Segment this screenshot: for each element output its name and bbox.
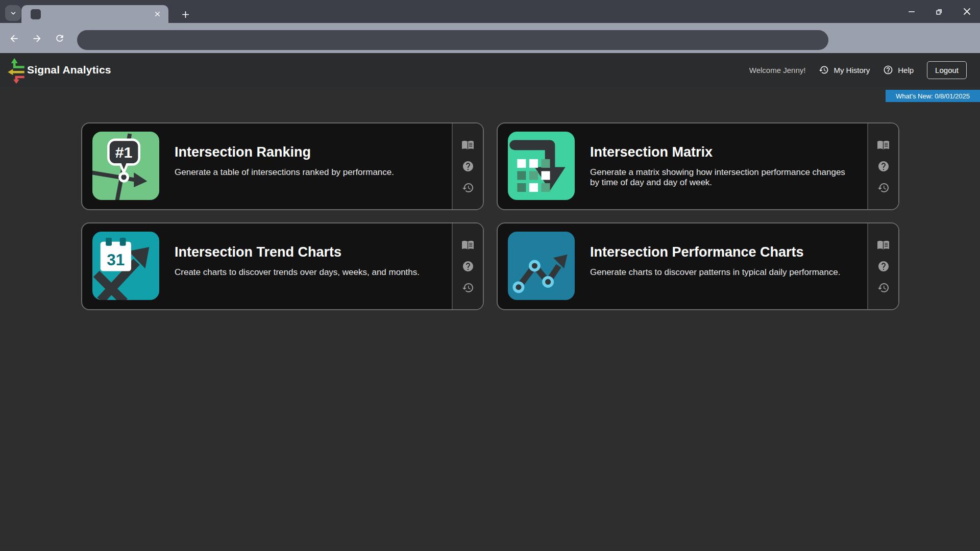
plus-icon (181, 10, 190, 19)
help-label: Help (898, 66, 914, 74)
intersection-ranking-launch[interactable]: #1 Intersection Ranking Generate a table… (82, 123, 452, 209)
card-title: Intersection Ranking (175, 144, 311, 160)
card-description: Generate a matrix showing how intersecti… (590, 167, 845, 188)
my-history-button[interactable]: My History (819, 65, 870, 75)
question-circle-icon[interactable] (461, 160, 475, 173)
calendar-day-badge: 31 (107, 251, 125, 269)
card-intersection-ranking: #1 Intersection Ranking Generate a table… (81, 122, 484, 210)
documentation-book-icon[interactable] (461, 238, 475, 252)
line-chart-icon (508, 232, 575, 300)
window-controls (906, 0, 972, 23)
calendar-trend-icon: 31 (92, 232, 159, 300)
intersection-performance-charts-launch[interactable]: Intersection Performance Charts Generate… (498, 223, 867, 309)
browser-toolbar (0, 23, 980, 53)
my-history-label: My History (834, 66, 870, 74)
history-icon[interactable] (877, 281, 890, 294)
card-description: Create charts to discover trends over da… (175, 267, 420, 278)
welcome-text: Welcome Jenny! (749, 66, 806, 74)
browser-titlebar (0, 0, 980, 23)
documentation-book-icon[interactable] (877, 138, 890, 152)
question-circle-icon[interactable] (877, 260, 890, 273)
card-title: Intersection Performance Charts (590, 244, 804, 260)
card-action-strip (452, 223, 483, 309)
tab-favicon (31, 9, 41, 19)
new-tab-button[interactable] (179, 8, 191, 20)
logout-button[interactable]: Logout (927, 61, 967, 79)
arrow-back-icon (9, 33, 19, 44)
minimize-button[interactable] (906, 7, 917, 17)
close-window-button[interactable] (962, 7, 972, 17)
help-icon (883, 65, 893, 75)
card-action-strip (867, 123, 898, 209)
documentation-book-icon[interactable] (877, 238, 890, 252)
question-circle-icon[interactable] (877, 160, 890, 173)
question-circle-icon[interactable] (461, 260, 475, 273)
card-intersection-matrix: Intersection Matrix Generate a matrix sh… (497, 122, 899, 210)
whats-new-banner[interactable]: What's New: 0/8/01/2025 (886, 90, 980, 102)
back-button[interactable] (7, 32, 20, 45)
chevron-down-icon (10, 10, 17, 17)
history-icon[interactable] (461, 281, 475, 294)
app-header: Signal Analytics Welcome Jenny! My Histo… (0, 53, 980, 87)
history-icon (819, 65, 829, 75)
intersection-matrix-launch[interactable]: Intersection Matrix Generate a matrix sh… (498, 123, 867, 209)
rank-badge: #1 (115, 144, 133, 161)
card-description: Generate a table of intersections ranked… (175, 167, 394, 178)
page-title: Signal Analytics (27, 53, 111, 87)
matrix-grid-arrow-icon (508, 132, 575, 200)
card-title: Intersection Trend Charts (175, 244, 341, 260)
arrow-forward-icon (32, 33, 42, 44)
card-action-strip (867, 223, 898, 309)
history-icon[interactable] (461, 181, 475, 194)
card-intersection-performance-charts: Intersection Performance Charts Generate… (497, 222, 899, 310)
signal-analytics-logo-icon (6, 57, 26, 84)
reload-icon (55, 33, 65, 43)
history-icon[interactable] (877, 181, 890, 194)
restore-button[interactable] (934, 7, 944, 17)
help-button[interactable]: Help (883, 65, 914, 75)
intersection-trend-charts-launch[interactable]: 31 Intersection Trend Charts Create char… (82, 223, 452, 309)
tab-close-icon[interactable] (153, 9, 162, 19)
card-title: Intersection Matrix (590, 144, 713, 160)
card-intersection-trend-charts: 31 Intersection Trend Charts Create char… (81, 222, 484, 310)
tab-search-button[interactable] (5, 5, 21, 21)
card-action-strip (452, 123, 483, 209)
header-actions: Welcome Jenny! My History Help Logout (749, 53, 967, 87)
card-description: Generate charts to discover patterns in … (590, 267, 840, 278)
browser-tab[interactable] (21, 5, 168, 23)
address-bar-input[interactable] (77, 30, 828, 50)
documentation-book-icon[interactable] (461, 138, 475, 152)
ranking-map-icon: #1 (92, 132, 159, 200)
reload-button[interactable] (53, 32, 66, 45)
forward-button[interactable] (30, 32, 43, 45)
